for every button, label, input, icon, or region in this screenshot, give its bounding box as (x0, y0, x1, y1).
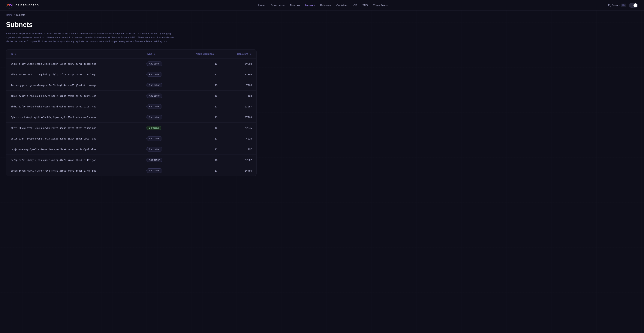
subnet-id: 4ecnw-byqwz-dtgss-ua2mh-pfvs7-c3lct-gtf4… (11, 84, 96, 86)
subnet-type-cell: Application (142, 133, 178, 144)
subnet-id: e66qm-3cydn-nkf4i-ml4rb-4ro6o-srm5s-x5hw… (11, 170, 96, 172)
subnet-id-cell: 6pbhf-qzpdk-kuqbr-pklfa-5ehhf-jfips-zsj6… (6, 112, 142, 122)
canisters-cell: 25'062 (222, 155, 256, 166)
table-row[interactable]: csyj4-zmann-ys6ge-3kzi6-onexi-obayx-2fva… (6, 144, 256, 155)
main-nav: Home Governance Neurons Network Releases… (258, 4, 388, 7)
subnet-id-cell: bkfrj-6k62g-dycql-7h53p-atvkj-zg4to-gaog… (6, 122, 142, 133)
subnet-id: 4zbus-z2bmt-ilreg-xakz4-6tyre-hsqj4-slb4… (11, 95, 96, 97)
nav-chain-fusion[interactable]: Chain Fusion (373, 4, 388, 7)
svg-line-4 (610, 6, 610, 6)
subnet-id: brlsh-zidhj-3yy3e-6vqbz-7xnih-xeq2l-as5o… (11, 138, 96, 140)
node-count: 13 (215, 62, 217, 65)
nav-sns[interactable]: SNS (362, 4, 368, 7)
canisters-cell: 707 (222, 144, 256, 155)
subnet-type-cell: Application (142, 144, 178, 155)
type-badge: Application (146, 72, 162, 77)
table-row[interactable]: 4ecnw-byqwz-dtgss-ua2mh-pfvs7-c3lct-gtf4… (6, 80, 256, 90)
canisters-cell: 4'815 (222, 133, 256, 144)
nav-network[interactable]: Network (305, 4, 315, 7)
type-badge: European (146, 126, 161, 130)
node-machines-cell: 13 (178, 166, 222, 176)
subnet-id-cell: 2fq7c-slacv-26cgz-vzbx2-2jrcs-5edph-i5s2… (6, 58, 142, 69)
col-type: Type i (142, 50, 178, 58)
type-badge: Application (146, 136, 162, 141)
logo-icon (6, 2, 13, 8)
table-row[interactable]: e66qm-3cydn-nkf4i-ml4rb-4ro6o-srm5s-x5hw… (6, 166, 256, 176)
canister-count: 24'755 (244, 169, 252, 172)
main-content: Subnets A subnet is responsible for host… (0, 16, 262, 180)
node-machines-info-icon[interactable]: i (215, 53, 218, 55)
logo[interactable]: ICP DASHBOARD (6, 2, 39, 8)
type-badge: Application (146, 147, 162, 152)
nav-canisters[interactable]: Canisters (336, 4, 348, 7)
node-count: 13 (215, 158, 217, 162)
node-machines-cell: 13 (178, 112, 222, 122)
node-machines-cell: 13 (178, 90, 222, 101)
type-badge: Application (146, 62, 162, 66)
type-info-icon[interactable]: i (153, 53, 156, 55)
subnet-type-cell: Application (142, 58, 178, 69)
canisters-cell: 20'645 (222, 122, 256, 133)
table-header: ID i Type i Node Machines i (6, 50, 256, 58)
table-row[interactable]: 2fq7c-slacv-26cgz-vzbx2-2jrcs-5edph-i5s2… (6, 58, 256, 69)
table-row[interactable]: 4zbus-z2bmt-ilreg-xakz4-6tyre-hsqj4-slb4… (6, 90, 256, 101)
table-row[interactable]: 5kdm2-62fc6-fwnja-hutkz-ycsnm-4z33i-woh4… (6, 101, 256, 112)
subnets-table: ID i Type i Node Machines i (6, 50, 256, 176)
node-count: 13 (215, 116, 217, 119)
table-row[interactable]: 3hhby-wmtmw-umt4t-7ieyg-bbiig-xiylg-sblr… (6, 69, 256, 80)
subnet-id-cell: 4ecnw-byqwz-dtgss-ua2mh-pfvs7-c3lct-gtf4… (6, 80, 142, 90)
col-canisters: Canisters i (222, 50, 256, 58)
canisters-cell: 20'886 (222, 69, 256, 80)
nav-neurons[interactable]: Neurons (290, 4, 300, 7)
type-badge: Application (146, 158, 162, 162)
type-badge: Application (146, 104, 162, 109)
node-machines-cell: 13 (178, 144, 222, 155)
nav-governance[interactable]: Governance (270, 4, 285, 7)
subnet-type-cell: Application (142, 69, 178, 80)
table-row[interactable]: 6pbhf-qzpdk-kuqbr-pklfa-5ehhf-jfips-zsj6… (6, 112, 256, 122)
node-count: 13 (215, 137, 217, 140)
breadcrumb-home[interactable]: Home (6, 14, 12, 16)
node-machines-cell: 13 (178, 69, 222, 80)
canister-count: 4'815 (246, 137, 252, 140)
node-count: 13 (215, 105, 217, 108)
search-icon (608, 4, 610, 6)
subnet-id: bkfrj-6k62g-dycql-7h53p-atvkj-zg4to-gaog… (11, 127, 96, 130)
canisters-info-icon[interactable]: i (249, 53, 252, 55)
node-count: 13 (215, 94, 217, 97)
node-count: 13 (215, 126, 217, 130)
subnet-id-cell: csyj4-zmann-ys6ge-3kzi6-onexi-obayx-2fva… (6, 144, 142, 155)
subnet-type-cell: Application (142, 80, 178, 90)
nav-icp[interactable]: ICP (353, 4, 357, 7)
logo-text: ICP DASHBOARD (15, 4, 39, 6)
table-row[interactable]: brlsh-zidhj-3yy3e-6vqbz-7xnih-xeq2l-as5o… (6, 133, 256, 144)
search-shortcut: ⌘/ (621, 4, 626, 7)
theme-toggle[interactable] (629, 3, 638, 8)
type-badge: Application (146, 168, 162, 173)
node-machines-cell: 13 (178, 58, 222, 69)
node-machines-cell: 13 (178, 122, 222, 133)
canister-count: 707 (248, 148, 252, 151)
canister-count: 25'062 (244, 158, 252, 162)
table-row[interactable]: cv73p-6v7zi-u67oy-7jc3h-qspsz-g5lrj-4fn7… (6, 155, 256, 166)
nav-home[interactable]: Home (258, 4, 265, 7)
breadcrumb: Home / Subnets (0, 10, 644, 16)
search-label: Search (612, 4, 620, 7)
subnet-type-cell: Application (142, 101, 178, 112)
subnet-type-cell: Application (142, 155, 178, 166)
subnet-id-cell: brlsh-zidhj-3yy3e-6vqbz-7xnih-xeq2l-as5o… (6, 133, 142, 144)
table-row[interactable]: bkfrj-6k62g-dycql-7h53p-atvkj-zg4to-gaog… (6, 122, 256, 133)
table-body: 2fq7c-slacv-26cgz-vzbx2-2jrcs-5edph-i5s2… (6, 58, 256, 176)
canister-count: 10'287 (244, 105, 252, 108)
id-info-icon[interactable]: i (14, 53, 17, 55)
nav-releases[interactable]: Releases (320, 4, 331, 7)
node-count: 13 (215, 169, 217, 172)
subnet-id-cell: e66qm-3cydn-nkf4i-ml4rb-4ro6o-srm5s-x5hw… (6, 166, 142, 176)
canister-count: 103 (248, 94, 252, 97)
canister-count: 6'266 (246, 84, 252, 86)
search-button[interactable]: Search ⌘/ (608, 4, 626, 7)
type-badge: Application (146, 94, 162, 98)
subnet-id: cv73p-6v7zi-u67oy-7jc3h-qspsz-g5lrj-4fn7… (11, 159, 96, 162)
node-machines-cell: 13 (178, 80, 222, 90)
subnet-id: 2fq7c-slacv-26cgz-vzbx2-2jrcs-5edph-i5s2… (11, 62, 96, 65)
